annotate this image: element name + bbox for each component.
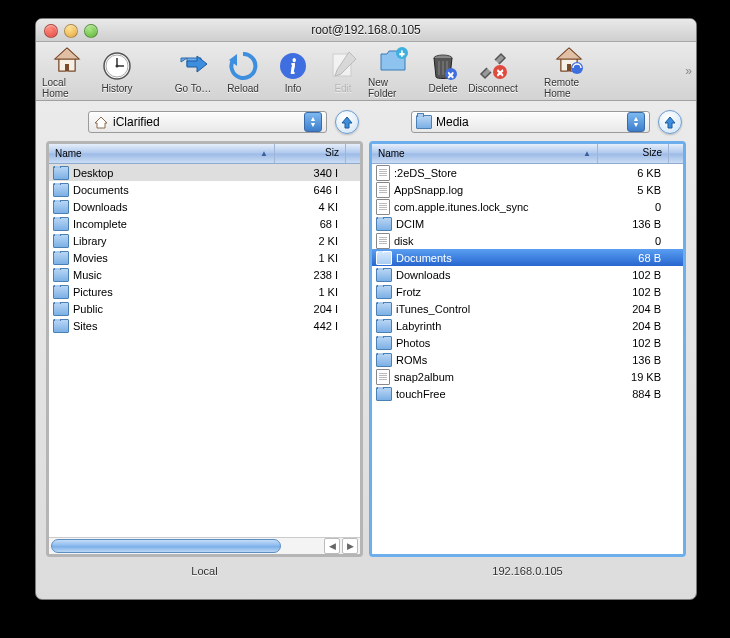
local-path-popup[interactable]: iClarified ▲▼ (88, 111, 327, 133)
list-item[interactable]: AppSnapp.log5 KB (372, 181, 683, 198)
folder-icon (53, 183, 69, 197)
info-button[interactable]: i Info (268, 49, 318, 94)
new-folder-button[interactable]: + New Folder (368, 43, 418, 99)
edit-icon (326, 49, 360, 83)
remote-rows[interactable]: :2eDS_Store6 KBAppSnapp.log5 KBcom.apple… (372, 164, 683, 554)
remote-path-label: Media (436, 115, 627, 129)
folder-icon (53, 166, 69, 180)
list-item[interactable]: Library2 KI (49, 232, 360, 249)
item-size: 2 KI (284, 235, 346, 247)
new-folder-icon: + (376, 43, 410, 77)
remote-size-column[interactable]: Size (598, 144, 669, 163)
delete-button[interactable]: ✕ Delete (418, 49, 468, 94)
scrollbar-thumb[interactable] (51, 539, 281, 553)
file-icon (376, 369, 390, 385)
item-name: Public (73, 303, 103, 315)
popup-arrows-icon: ▲▼ (627, 112, 645, 132)
remote-name-column[interactable]: Name▲ (372, 144, 598, 163)
item-size: 0 (607, 201, 669, 213)
list-item[interactable]: Music238 I (49, 266, 360, 283)
item-size: 5 KB (607, 184, 669, 196)
popup-arrows-icon: ▲▼ (304, 112, 322, 132)
list-item[interactable]: Frotz102 B (372, 283, 683, 300)
item-name: snap2album (394, 371, 454, 383)
item-size: 102 B (607, 269, 669, 281)
item-size: 0 (607, 235, 669, 247)
close-button[interactable] (44, 24, 58, 38)
item-name: :2eDS_Store (394, 167, 457, 179)
toolbar-overflow-icon[interactable]: » (685, 64, 692, 78)
history-button[interactable]: History (92, 49, 142, 94)
list-item[interactable]: Incomplete68 I (49, 215, 360, 232)
item-name: Documents (73, 184, 129, 196)
item-size: 204 B (607, 303, 669, 315)
list-item[interactable]: Documents68 B (372, 249, 683, 266)
item-name: touchFree (396, 388, 446, 400)
item-name: Frotz (396, 286, 421, 298)
up-arrow-icon (340, 115, 354, 129)
list-item[interactable]: Downloads102 B (372, 266, 683, 283)
list-item[interactable]: Documents646 I (49, 181, 360, 198)
list-item[interactable]: Desktop340 I (49, 164, 360, 181)
list-item[interactable]: com.apple.itunes.lock_sync0 (372, 198, 683, 215)
list-item[interactable]: snap2album19 KB (372, 368, 683, 385)
item-name: Pictures (73, 286, 113, 298)
list-item[interactable]: Sites442 I (49, 317, 360, 334)
edit-label: Edit (334, 83, 351, 94)
list-item[interactable]: Downloads4 KI (49, 198, 360, 215)
item-size: 204 B (607, 320, 669, 332)
item-size: 442 I (284, 320, 346, 332)
list-item[interactable]: Labyrinth204 B (372, 317, 683, 334)
item-name: Sites (73, 320, 97, 332)
local-name-column[interactable]: Name▲ (49, 144, 275, 163)
item-name: iTunes_Control (396, 303, 470, 315)
list-item[interactable]: iTunes_Control204 B (372, 300, 683, 317)
file-icon (376, 233, 390, 249)
svg-text:+: + (399, 48, 405, 59)
history-label: History (101, 83, 132, 94)
svg-text:✕: ✕ (447, 70, 455, 80)
local-home-button[interactable]: Local Home (42, 43, 92, 99)
sort-indicator-icon: ▲ (260, 149, 268, 158)
folder-icon (53, 200, 69, 214)
svg-text:✕: ✕ (496, 67, 504, 78)
goto-button[interactable]: Go To… (168, 49, 218, 94)
zoom-button[interactable] (84, 24, 98, 38)
local-up-button[interactable] (335, 110, 359, 134)
scroll-left-icon[interactable]: ◀ (324, 538, 340, 554)
local-horizontal-scrollbar[interactable]: ◀ ▶ (49, 537, 360, 554)
svg-rect-28 (567, 64, 571, 71)
reload-icon (226, 49, 260, 83)
local-home-label: Local Home (42, 77, 92, 99)
item-name: Desktop (73, 167, 113, 179)
remote-column-headers: Name▲ Size (372, 144, 683, 164)
folder-icon (53, 251, 69, 265)
local-size-column[interactable]: Siz (275, 144, 346, 163)
disconnect-button[interactable]: ✕ Disconnect (468, 49, 518, 94)
item-name: Downloads (396, 269, 450, 281)
remote-home-button[interactable]: Remote Home (544, 43, 594, 99)
list-item[interactable]: Public204 I (49, 300, 360, 317)
remote-pane: Media ▲▼ Name▲ Size :2eDS_Store6 KBAppSn… (369, 109, 686, 581)
minimize-button[interactable] (64, 24, 78, 38)
item-size: 102 B (607, 286, 669, 298)
remote-up-button[interactable] (658, 110, 682, 134)
reload-button[interactable]: Reload (218, 49, 268, 94)
item-size: 1 KI (284, 252, 346, 264)
list-item[interactable]: DCIM136 B (372, 215, 683, 232)
svg-marker-27 (557, 48, 581, 59)
list-item[interactable]: ROMs136 B (372, 351, 683, 368)
scroll-right-icon[interactable]: ▶ (342, 538, 358, 554)
list-item[interactable]: Photos102 B (372, 334, 683, 351)
list-item[interactable]: Movies1 KI (49, 249, 360, 266)
remote-pane-label: 192.168.0.105 (369, 557, 686, 581)
list-item[interactable]: Pictures1 KI (49, 283, 360, 300)
list-item[interactable]: :2eDS_Store6 KB (372, 164, 683, 181)
local-rows[interactable]: Desktop340 IDocuments646 IDownloads4 KII… (49, 164, 360, 537)
list-item[interactable]: touchFree884 B (372, 385, 683, 402)
remote-path-popup[interactable]: Media ▲▼ (411, 111, 650, 133)
info-label: Info (285, 83, 302, 94)
titlebar: root@192.168.0.105 (36, 19, 696, 42)
list-item[interactable]: disk0 (372, 232, 683, 249)
local-file-list: Name▲ Siz Desktop340 IDocuments646 IDown… (46, 141, 363, 557)
